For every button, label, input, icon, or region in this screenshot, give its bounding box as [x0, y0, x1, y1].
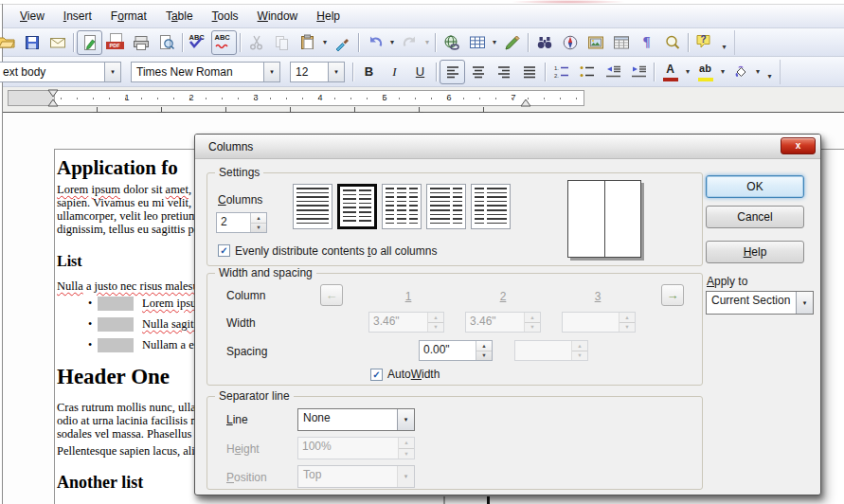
justify-button[interactable]	[516, 60, 542, 84]
toolbar-options-button[interactable]: ▾	[763, 61, 777, 83]
draw-functions-button[interactable]	[499, 30, 525, 55]
paste-button[interactable]	[295, 30, 320, 55]
cancel-button[interactable]: Cancel	[706, 206, 804, 228]
preset-three-columns[interactable]	[382, 184, 422, 229]
arrow-left-icon: ←	[326, 288, 338, 302]
position-select: Top ▾	[297, 465, 415, 488]
page-preview-button[interactable]	[153, 30, 179, 55]
spin-down-icon: ▼	[428, 323, 443, 333]
chevron-down-icon[interactable]: ▾	[397, 409, 414, 430]
preset-left-weighted[interactable]	[426, 184, 466, 229]
apply-to-select[interactable]: Current Section ▾	[706, 291, 814, 315]
columns-count-value: 2	[217, 213, 250, 232]
ordered-list-button[interactable]: 1.2.	[548, 60, 574, 84]
menu-window[interactable]: Window	[248, 7, 308, 26]
menu-tools[interactable]: Tools	[203, 7, 248, 26]
font-color-icon: A	[660, 63, 681, 81]
menu-view[interactable]: View	[10, 7, 54, 26]
background-color-button[interactable]	[727, 60, 753, 84]
gallery-button[interactable]	[583, 30, 608, 55]
data-sources-button[interactable]	[608, 30, 634, 55]
hyperlink-button[interactable]	[439, 30, 464, 55]
font-color-button[interactable]: A	[657, 60, 683, 84]
menu-help[interactable]: Help	[307, 7, 350, 26]
preset-right-weighted[interactable]	[471, 184, 511, 229]
open-button[interactable]	[0, 30, 19, 55]
column-presets	[293, 184, 511, 229]
export-pdf-button[interactable]: PDF	[102, 30, 128, 55]
navigator-button[interactable]	[557, 30, 583, 55]
column-label: Column	[226, 289, 265, 302]
doc-paragraph-line: sodales vel massa. Phasellus n	[57, 427, 201, 441]
find-replace-button[interactable]	[531, 30, 557, 55]
font-size-combo[interactable]: 12 ▾	[290, 62, 345, 82]
preview-column-divider	[604, 181, 605, 257]
clone-formatting-button[interactable]	[330, 30, 355, 55]
evenly-distribute-label[interactable]: Evenly distribute contents to all column…	[235, 244, 437, 258]
close-button[interactable]: x	[781, 137, 816, 154]
edit-file-button[interactable]	[77, 30, 102, 55]
bullet-glyph: •	[88, 338, 98, 352]
ok-button[interactable]: OK	[706, 175, 804, 198]
spelling-button[interactable]: ABC	[186, 30, 211, 55]
email-button[interactable]	[45, 30, 70, 55]
chevron-down-icon[interactable]: ▾	[104, 63, 120, 81]
undo-button[interactable]	[362, 30, 387, 55]
bold-button[interactable]: B	[356, 60, 382, 84]
font-color-dropdown[interactable]: ▾	[683, 67, 692, 76]
unordered-list-button[interactable]	[574, 60, 600, 84]
autowidth-checkbox[interactable]: ✓	[370, 369, 383, 381]
background-artifact	[487, 496, 490, 504]
print-button[interactable]	[128, 30, 153, 55]
right-indent-marker[interactable]	[520, 98, 531, 107]
zoom-button[interactable]	[659, 30, 685, 55]
spinner[interactable]: ▲▼	[250, 213, 266, 232]
spacing-1-input[interactable]: 0.00" ▲▼	[419, 340, 493, 361]
highlight-button[interactable]: ab	[692, 60, 718, 84]
dialog-titlebar[interactable]: Columns	[195, 135, 820, 159]
toolbar-separator	[182, 33, 183, 52]
position-label: Position	[226, 471, 267, 484]
increase-indent-button[interactable]	[625, 60, 651, 84]
chevron-down-icon[interactable]: ▾	[328, 63, 344, 81]
scroll-columns-right-button[interactable]: →	[661, 284, 684, 306]
chevron-down-icon[interactable]: ▾	[796, 292, 813, 314]
align-left-button[interactable]	[440, 60, 465, 84]
formatting-marks-button[interactable]: ¶	[634, 30, 659, 55]
insert-table-button[interactable]	[464, 30, 490, 55]
ruler-number: 5	[378, 93, 391, 102]
menu-table[interactable]: Table	[156, 7, 203, 26]
save-button[interactable]	[19, 30, 45, 55]
toolbar-options-button[interactable]: ▾	[717, 31, 731, 54]
autowidth-label[interactable]: AutoWidth	[387, 368, 440, 381]
underline-button[interactable]: U	[407, 60, 433, 84]
highlight-dropdown[interactable]: ▾	[718, 67, 727, 76]
font-name-combo[interactable]: Times New Roman ▾	[131, 62, 280, 82]
auto-spellcheck-button[interactable]: ABC	[211, 30, 237, 55]
menu-format[interactable]: Format	[101, 7, 156, 26]
preset-one-column[interactable]	[293, 184, 332, 229]
align-right-button[interactable]	[491, 60, 516, 84]
line-style-select[interactable]: None ▾	[297, 408, 415, 431]
paste-dropdown[interactable]: ▾	[320, 38, 330, 46]
background-color-dropdown[interactable]: ▾	[753, 67, 763, 76]
doc-paragraph-line: odio at urna lacinia facilisis no	[57, 414, 203, 428]
decrease-indent-button[interactable]	[600, 60, 625, 84]
left-indent-marker[interactable]	[47, 89, 59, 107]
highlight-icon: ab	[695, 63, 716, 81]
align-center-button[interactable]	[465, 60, 491, 84]
menu-insert[interactable]: Insert	[54, 7, 101, 26]
preset-two-columns[interactable]	[337, 184, 377, 229]
table-dropdown[interactable]: ▾	[490, 38, 499, 46]
help-button[interactable]: Help	[706, 241, 804, 263]
help-button[interactable]: ?	[691, 30, 717, 55]
paragraph-style-combo[interactable]: ext body ▾	[0, 62, 121, 82]
ruler-bar: 1 2 3 4 5 6 7	[3, 87, 844, 113]
copy-button	[269, 30, 295, 55]
columns-count-input[interactable]: 2 ▲▼	[216, 212, 267, 233]
pencil-icon	[504, 34, 521, 51]
undo-dropdown[interactable]: ▾	[387, 38, 397, 46]
italic-button[interactable]: I	[382, 60, 407, 84]
evenly-distribute-checkbox[interactable]: ✓	[218, 244, 230, 257]
chevron-down-icon[interactable]: ▾	[263, 63, 279, 81]
